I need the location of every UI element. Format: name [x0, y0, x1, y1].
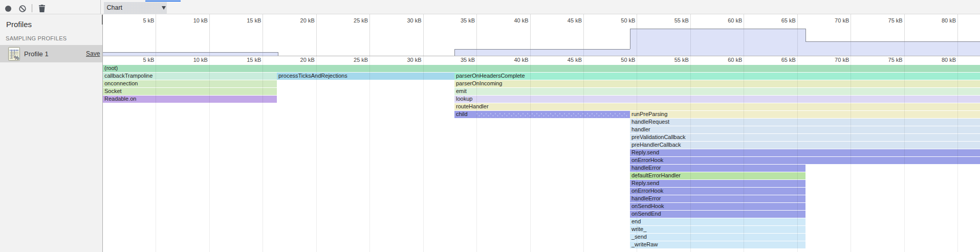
svg-text:%: %: [14, 55, 19, 61]
